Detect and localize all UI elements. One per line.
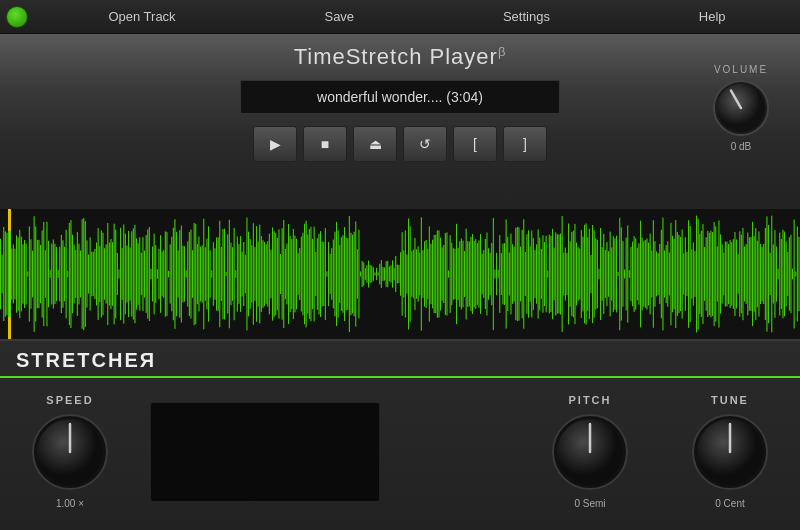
- menu-settings[interactable]: Settings: [483, 0, 570, 33]
- pitch-value: 0 Semi: [574, 498, 605, 509]
- pitch-knob[interactable]: [550, 412, 630, 492]
- mark-in-button[interactable]: [: [453, 126, 497, 162]
- pitch-group: PITCH 0 Semi: [550, 394, 630, 509]
- tune-label: TUNE: [711, 394, 749, 406]
- stretcher-controls: SPEED 1.00 × PITCH: [0, 378, 800, 509]
- pitch-label: PITCH: [569, 394, 612, 406]
- stretcher-right: PITCH 0 Semi TUNE: [550, 394, 770, 509]
- mark-out-button[interactable]: ]: [503, 126, 547, 162]
- speed-value: 1.00 ×: [56, 498, 84, 509]
- stretcher-section: STRETCHEЯ SPEED 1.00 ×: [0, 339, 800, 530]
- app-title: TimeStretch Playerβ: [294, 44, 507, 70]
- speed-knob[interactable]: [30, 412, 110, 492]
- app-title-text: TimeStretch Player: [294, 44, 498, 69]
- display-box: [150, 402, 380, 502]
- logo-button[interactable]: [0, 0, 34, 34]
- speed-group: SPEED 1.00 ×: [30, 394, 110, 509]
- tune-group: TUNE 0 Cent: [690, 394, 770, 509]
- tune-value: 0 Cent: [715, 498, 744, 509]
- transport-controls: ▶ ■ ⏏ ↺ [ ]: [253, 126, 547, 162]
- menu-bar: Open Track Save Settings Help: [0, 0, 800, 34]
- header-section: TimeStretch Playerβ wonderful wonder....…: [0, 34, 800, 209]
- volume-section: VOLUME 0 dB: [712, 64, 770, 152]
- waveform-canvas: [0, 209, 800, 339]
- stretcher-header: STRETCHEЯ: [0, 341, 800, 378]
- volume-knob[interactable]: [712, 79, 770, 137]
- loop-button[interactable]: ↺: [403, 126, 447, 162]
- volume-label: VOLUME: [714, 64, 768, 75]
- stretcher-title: STRETCHEЯ: [16, 349, 156, 371]
- waveform-section[interactable]: [0, 209, 800, 339]
- tune-knob[interactable]: [690, 412, 770, 492]
- speed-label: SPEED: [46, 394, 93, 406]
- volume-value: 0 dB: [731, 141, 752, 152]
- menu-save[interactable]: Save: [304, 0, 374, 33]
- logo-icon: [6, 6, 28, 28]
- menu-items: Open Track Save Settings Help: [34, 0, 800, 33]
- eject-button[interactable]: ⏏: [353, 126, 397, 162]
- stop-button[interactable]: ■: [303, 126, 347, 162]
- play-button[interactable]: ▶: [253, 126, 297, 162]
- menu-help[interactable]: Help: [679, 0, 746, 33]
- app-title-beta: β: [498, 44, 506, 59]
- track-display: wonderful wonder.... (3:04): [240, 80, 560, 114]
- menu-open-track[interactable]: Open Track: [88, 0, 195, 33]
